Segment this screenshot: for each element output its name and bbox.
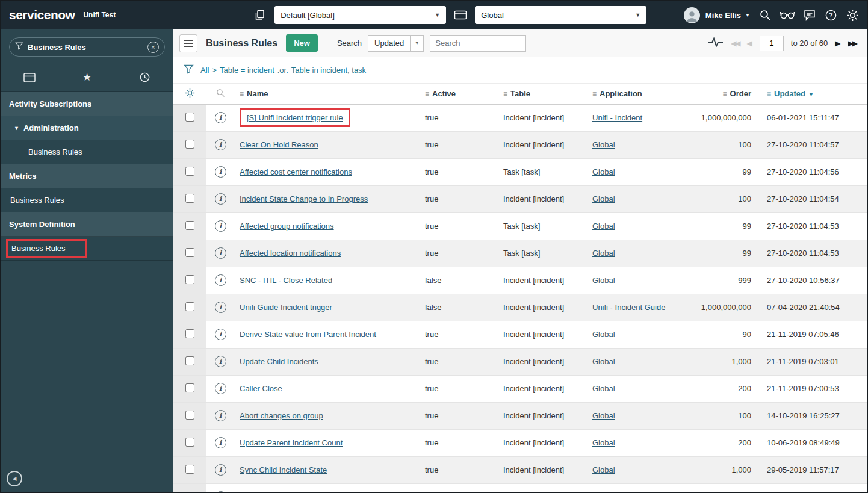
tab-favorites[interactable]: ★ <box>58 63 116 91</box>
impersonate-glasses-icon[interactable] <box>780 11 795 19</box>
application-link[interactable]: Global <box>592 140 615 149</box>
row-checkbox[interactable] <box>185 383 194 392</box>
row-checkbox[interactable] <box>185 492 194 493</box>
record-preview-info-icon[interactable]: i <box>215 437 226 448</box>
application-link[interactable]: Unifi - Incident <box>592 113 642 122</box>
application-link[interactable]: Global <box>592 276 615 285</box>
record-preview-info-icon[interactable]: i <box>215 356 226 367</box>
sidebar-item-administration[interactable]: ▼ Administration <box>1 116 173 140</box>
record-name-link[interactable]: Sync Child Incident State <box>240 465 327 474</box>
application-link[interactable]: Global <box>592 384 615 393</box>
sidebar-collapse-icon[interactable]: ◀ <box>7 471 22 486</box>
tab-all-applications[interactable] <box>1 63 58 91</box>
previous-page-icon[interactable]: ◀ <box>747 39 752 48</box>
column-header-order[interactable]: ≡Order <box>691 84 762 104</box>
global-search-icon[interactable] <box>759 9 771 21</box>
clear-filter-icon[interactable]: × <box>147 42 159 53</box>
record-name-link[interactable]: Abort changes on group <box>240 411 323 420</box>
record-name-link[interactable]: Affected cost center notifications <box>240 167 352 176</box>
record-preview-info-icon[interactable]: i <box>215 166 226 178</box>
record-name-link[interactable]: Update Parent Incident Count <box>240 438 343 447</box>
activity-stream-icon[interactable] <box>708 37 724 49</box>
row-checkbox[interactable] <box>185 329 194 338</box>
new-button[interactable]: New <box>286 34 318 52</box>
column-header-active[interactable]: ≡Active <box>420 84 498 104</box>
row-checkbox[interactable] <box>185 221 194 230</box>
settings-gear-icon[interactable] <box>846 9 859 22</box>
list-personalize-gear-icon[interactable] <box>185 91 195 100</box>
record-name-link[interactable]: Clear On Hold Reason <box>240 140 318 149</box>
row-checkbox[interactable] <box>185 275 194 284</box>
record-name-link[interactable]: SNC - ITIL - Close Related <box>240 276 332 285</box>
record-preview-info-icon[interactable]: i <box>215 302 226 313</box>
next-page-icon[interactable]: ▶ <box>835 39 840 48</box>
search-column-select[interactable]: Updated ▼ <box>368 35 424 52</box>
record-preview-info-icon[interactable]: i <box>215 112 226 123</box>
row-checkbox[interactable] <box>185 302 194 311</box>
row-checkbox[interactable] <box>185 113 194 122</box>
breadcrumb-condition-link[interactable]: Table in incident, task <box>291 66 366 75</box>
connect-chat-icon[interactable] <box>804 9 816 21</box>
application-picker[interactable]: Global ▼ <box>475 6 646 24</box>
application-link[interactable]: Global <box>592 249 615 258</box>
record-name-link[interactable]: Update Child Incidents <box>240 357 318 366</box>
application-link[interactable]: Global <box>592 194 615 203</box>
record-name-link[interactable]: Incident State Change to In Progress <box>240 194 368 203</box>
row-checkbox[interactable] <box>185 167 194 176</box>
update-set-picker[interactable]: Default [Global] ▼ <box>274 6 446 24</box>
record-name-link[interactable]: Affected group notifications <box>240 222 334 231</box>
row-checkbox[interactable] <box>185 194 194 203</box>
record-preview-info-icon[interactable]: i <box>215 491 226 492</box>
row-checkbox[interactable] <box>185 140 194 149</box>
record-preview-info-icon[interactable]: i <box>215 220 226 232</box>
record-preview-info-icon[interactable]: i <box>215 464 226 476</box>
row-checkbox[interactable] <box>185 438 194 447</box>
row-checkbox[interactable] <box>185 411 194 420</box>
application-link[interactable]: Global <box>592 411 615 420</box>
sidebar-item-business-rules[interactable]: Business Rules <box>1 188 173 212</box>
record-preview-info-icon[interactable]: i <box>215 193 226 205</box>
column-header-updated[interactable]: ≡Updated▼ <box>762 84 867 104</box>
record-preview-info-icon[interactable]: i <box>215 383 226 394</box>
tab-history[interactable] <box>116 63 173 91</box>
filter-navigator-input[interactable] <box>28 43 143 52</box>
sidebar-item-system-definition[interactable]: System Definition <box>1 212 173 237</box>
record-name-link[interactable]: Unifi Guide Incident trigger <box>240 303 332 312</box>
breadcrumb-condition-link[interactable]: Table = incident <box>220 66 274 75</box>
application-link[interactable]: Global <box>592 438 615 447</box>
last-page-icon[interactable]: ▶▶ <box>848 39 857 48</box>
help-icon[interactable]: ? <box>825 9 837 22</box>
application-link[interactable]: Unifi - Incident Guide <box>592 303 665 312</box>
record-preview-info-icon[interactable]: i <box>215 139 226 150</box>
column-search-icon[interactable] <box>216 90 225 99</box>
record-name-link[interactable]: Affected location notifications <box>240 249 341 258</box>
record-name-link[interactable]: Caller Close <box>240 384 282 393</box>
record-name-link[interactable]: [S] Unifi incident trigger rule <box>240 108 350 127</box>
record-preview-info-icon[interactable]: i <box>215 247 226 259</box>
sidebar-item-activity-subscriptions[interactable]: Activity Subscriptions <box>1 92 173 116</box>
sidebar-item-business-rules[interactable]: Business Rules <box>1 237 173 261</box>
breadcrumb-all-link[interactable]: All <box>200 66 209 75</box>
row-checkbox[interactable] <box>185 248 194 257</box>
avatar[interactable] <box>684 7 700 23</box>
page-number-input[interactable] <box>760 36 784 51</box>
list-search-input[interactable] <box>430 35 526 52</box>
application-link[interactable]: Global <box>592 465 615 474</box>
application-link[interactable]: Global <box>592 330 615 339</box>
row-checkbox[interactable] <box>185 356 194 365</box>
record-preview-info-icon[interactable]: i <box>215 410 226 421</box>
application-link[interactable]: Global <box>592 357 615 366</box>
column-header-table[interactable]: ≡Table <box>498 84 587 104</box>
row-checkbox[interactable] <box>185 465 194 474</box>
record-name-link[interactable]: Derive State value from Parent Incident <box>240 330 376 339</box>
record-preview-info-icon[interactable]: i <box>215 274 226 286</box>
breadcrumb-funnel-icon[interactable] <box>184 64 194 76</box>
record-preview-info-icon[interactable]: i <box>215 329 226 340</box>
sidebar-item-business-rules[interactable]: Business Rules <box>1 140 173 164</box>
column-header-name[interactable]: ≡Name <box>235 84 420 104</box>
user-menu[interactable]: Mike Ellis <box>705 11 741 20</box>
application-link[interactable]: Global <box>592 222 615 231</box>
first-page-icon[interactable]: ◀◀ <box>731 39 739 48</box>
sidebar-item-metrics[interactable]: Metrics <box>1 164 173 188</box>
column-header-application[interactable]: ≡Application <box>587 84 691 104</box>
